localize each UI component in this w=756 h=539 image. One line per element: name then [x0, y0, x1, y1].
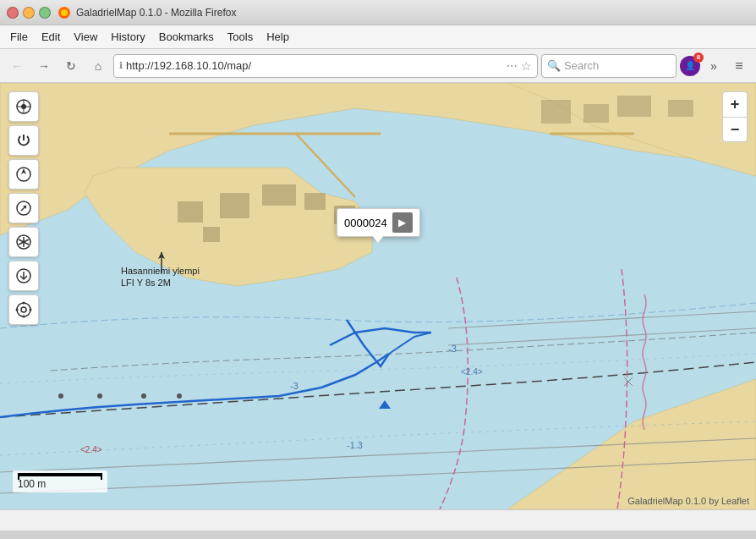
svg-text:-1.3: -1.3: [347, 440, 363, 450]
svg-rect-16: [668, 100, 693, 117]
statusbar: [0, 509, 756, 531]
svg-point-31: [97, 393, 102, 399]
svg-point-55: [23, 302, 25, 305]
svg-text:<2.4>: <2.4>: [461, 367, 483, 377]
svg-rect-9: [262, 184, 296, 206]
minimize-button[interactable]: [23, 7, 35, 19]
svg-marker-43: [21, 168, 26, 174]
window-controls[interactable]: [7, 7, 51, 19]
window-title: GaladrielMap 0.1.0 - Mozilla Firefox: [76, 7, 236, 19]
navbar: ← → ↻ ⌂ ℹ http://192.168.10.10/map/ ··· …: [0, 49, 756, 83]
svg-point-57: [16, 309, 19, 311]
power-button[interactable]: [8, 125, 39, 156]
menu-file[interactable]: File: [3, 28, 35, 46]
svg-rect-11: [304, 193, 326, 210]
forward-button[interactable]: →: [32, 54, 56, 78]
more-icon[interactable]: ···: [507, 58, 518, 74]
svg-point-33: [177, 393, 182, 399]
profile-badge[interactable]: 👤 8: [680, 56, 700, 76]
layers-button[interactable]: [8, 91, 39, 122]
svg-point-53: [21, 307, 26, 312]
settings-icon: [15, 301, 32, 318]
zoom-controls: + −: [722, 91, 748, 142]
firefox-icon: [58, 6, 71, 19]
svg-point-30: [58, 393, 63, 399]
address-bar[interactable]: ℹ http://192.168.10.10/map/ ··· ☆: [113, 54, 538, 78]
marker-text: Hasanniemi ylempi LFI Y 8s 2M: [121, 266, 200, 288]
svg-point-32: [141, 393, 146, 399]
asterisk-button[interactable]: [8, 227, 39, 257]
direction-icon: [15, 166, 32, 183]
map-attribution: GaladrielMap 0.1.0 by Leaflet: [627, 496, 749, 506]
direction-button[interactable]: [8, 159, 39, 190]
search-icon: 🔍: [547, 59, 561, 72]
svg-text:-3: -3: [448, 344, 457, 354]
menu-help[interactable]: Help: [260, 28, 296, 46]
svg-rect-10: [203, 227, 220, 242]
search-bar[interactable]: 🔍 Search: [541, 54, 677, 78]
menu-history[interactable]: History: [104, 28, 151, 46]
nav-extras: 👤 8 » ≡: [680, 54, 751, 78]
map-popup[interactable]: 0000024 ▶: [337, 208, 420, 237]
close-button[interactable]: [7, 7, 19, 19]
settings-button[interactable]: [8, 294, 39, 325]
svg-point-58: [30, 309, 32, 311]
home-button[interactable]: ⌂: [86, 54, 110, 78]
menubar: File Edit View History Bookmarks Tools H…: [0, 25, 756, 49]
svg-point-56: [23, 316, 25, 318]
marker-label: Hasanniemi ylempi LFI Y 8s 2M: [121, 265, 200, 289]
svg-rect-13: [541, 100, 571, 124]
notification-badge: 8: [693, 52, 704, 63]
menu-tools[interactable]: Tools: [221, 28, 260, 46]
svg-rect-15: [617, 96, 651, 117]
share-icon: [15, 200, 32, 217]
svg-rect-7: [178, 201, 203, 223]
reload-button[interactable]: ↻: [59, 54, 83, 78]
profile-icon: 👤: [685, 61, 695, 70]
zoom-in-button[interactable]: +: [722, 91, 748, 117]
svg-text:<2.4>: <2.4>: [80, 445, 102, 454]
download-button[interactable]: [8, 261, 39, 291]
popup-play-button[interactable]: ▶: [392, 212, 413, 233]
scale-line: [18, 473, 102, 476]
map-toolbar: [8, 91, 39, 325]
svg-text:-3: -3: [290, 381, 299, 391]
share-button[interactable]: [8, 193, 39, 223]
titlebar: GaladrielMap 0.1.0 - Mozilla Firefox: [0, 0, 756, 25]
lock-icon: ℹ: [119, 60, 123, 71]
power-icon: [15, 132, 32, 149]
scale-bar: 100 m: [13, 470, 107, 492]
scale-text: 100 m: [18, 478, 102, 490]
search-placeholder: Search: [564, 59, 599, 72]
menu-button[interactable]: ≡: [727, 54, 751, 78]
map-container[interactable]: -3 -3 <2.4> <2.4> -1.3: [0, 83, 756, 509]
menu-edit[interactable]: Edit: [35, 28, 67, 46]
svg-rect-8: [220, 193, 249, 218]
layers-icon: [15, 98, 32, 115]
svg-point-54: [17, 303, 30, 316]
zoom-out-button[interactable]: −: [722, 117, 748, 142]
asterisk-icon: [15, 234, 32, 250]
menu-bookmarks[interactable]: Bookmarks: [152, 28, 221, 46]
extensions-button[interactable]: »: [702, 54, 726, 78]
download-icon: [15, 267, 32, 284]
menu-view[interactable]: View: [67, 28, 104, 46]
svg-point-1: [61, 9, 68, 16]
address-text: http://192.168.10.10/map/: [126, 59, 503, 72]
bookmark-star-icon[interactable]: ☆: [521, 59, 532, 73]
maximize-button[interactable]: [39, 7, 51, 19]
svg-rect-14: [583, 104, 609, 123]
back-button[interactable]: ←: [5, 54, 29, 78]
map-background: -3 -3 <2.4> <2.4> -1.3: [0, 83, 756, 509]
popup-id-text: 0000024: [344, 217, 387, 229]
